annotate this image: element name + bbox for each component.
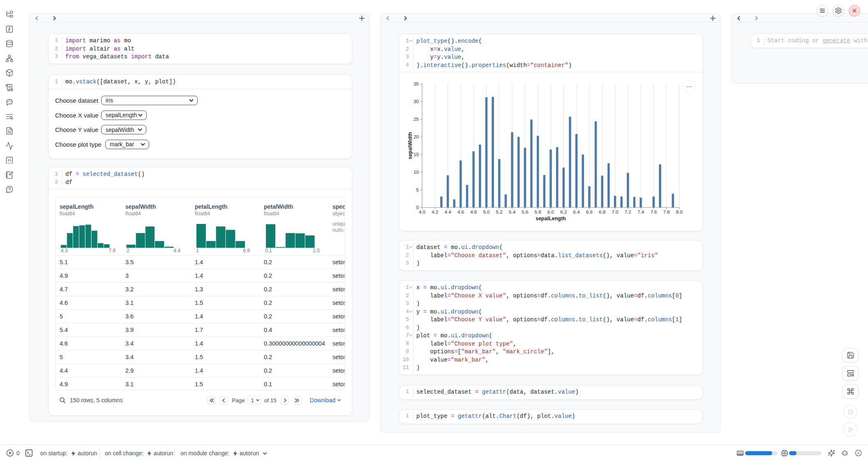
svg-text:30: 30 [413,99,419,104]
svg-text:sepalWidth: sepalWidth [407,132,413,159]
svg-text:15: 15 [413,152,419,157]
svg-text:5.2: 5.2 [496,210,503,214]
svg-text:6.6: 6.6 [586,210,593,214]
svg-text:5.6: 5.6 [522,210,528,214]
svg-text:7.4: 7.4 [637,210,644,214]
svg-text:6.8: 6.8 [599,210,605,214]
svg-text:4.0: 4.0 [419,210,425,214]
svg-text:4.6: 4.6 [457,210,464,214]
svg-text:0: 0 [416,205,419,210]
svg-text:6.2: 6.2 [560,210,567,214]
svg-text:4.4: 4.4 [445,210,452,214]
svg-text:7.8: 7.8 [663,210,670,214]
svg-text:5.8: 5.8 [535,210,541,214]
svg-text:5.0: 5.0 [483,210,490,214]
svg-text:35: 35 [413,81,419,86]
svg-text:6.0: 6.0 [547,210,554,214]
svg-text:10: 10 [413,170,419,175]
svg-text:20: 20 [413,134,419,139]
svg-text:4.8: 4.8 [470,210,477,214]
svg-text:5: 5 [416,187,419,192]
svg-text:8.0: 8.0 [676,210,683,214]
svg-text:5.4: 5.4 [509,210,516,214]
svg-text:7.0: 7.0 [612,210,619,214]
svg-text:7.6: 7.6 [650,210,657,214]
svg-text:7.2: 7.2 [625,210,631,214]
svg-text:25: 25 [413,117,419,122]
svg-text:6.4: 6.4 [573,210,580,214]
svg-text:4.2: 4.2 [432,210,438,214]
svg-text:sepalLength: sepalLength [536,216,566,221]
